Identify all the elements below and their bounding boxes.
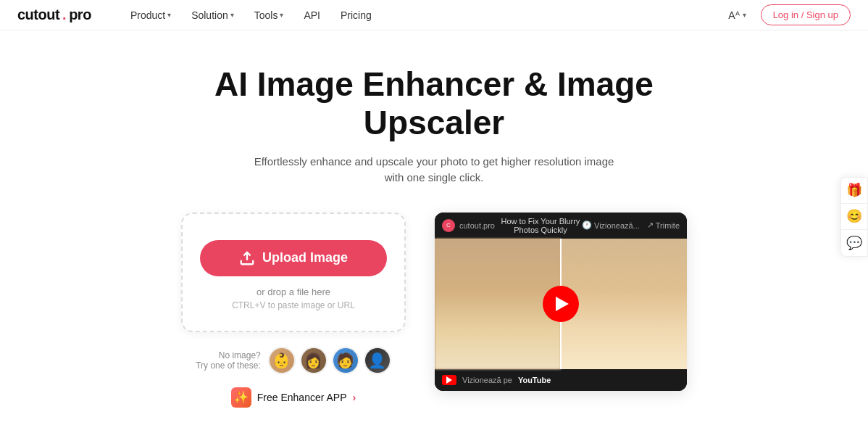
sample-label: No image? Try one of these:	[196, 350, 261, 371]
content-row: Upload Image or drop a file here CTRL+V …	[138, 213, 730, 408]
video-before	[435, 239, 561, 369]
drop-text: or drop a file here	[256, 286, 330, 297]
youtube-play-icon	[446, 376, 452, 384]
language-button[interactable]: Aᴬ ▾	[722, 7, 751, 24]
video-channel: C cutout.pro	[442, 219, 495, 232]
lang-icon: Aᴬ	[728, 9, 739, 21]
chevron-down-icon: ▾	[167, 11, 171, 19]
video-content[interactable]: ↔	[435, 239, 687, 369]
video-panel: C cutout.pro How to Fix Your Blurry Phot…	[435, 213, 687, 391]
video-actions: 🕐 Vizionează... ↗ Trimite	[582, 220, 680, 230]
channel-logo: C	[442, 219, 455, 232]
side-chat-button[interactable]: 💬	[841, 230, 867, 256]
hero-title: AI Image Enhancer & Image Upscaler	[151, 65, 717, 142]
watch-on-text: Vizionează pe	[462, 376, 512, 384]
sample-image-2[interactable]: 👩	[300, 347, 327, 374]
logo[interactable]: cutout.pro	[17, 7, 91, 23]
hero-section: AI Image Enhancer & Image Upscaler Effor…	[0, 30, 868, 433]
app-arrow-icon: ›	[353, 392, 356, 403]
login-button[interactable]: Log in / Sign up	[761, 4, 851, 25]
side-gift-button[interactable]: 🎁	[841, 178, 867, 204]
sample-image-3[interactable]: 🧑	[332, 347, 359, 374]
video-title: How to Fix Your Blurry Photos Quickly	[499, 217, 582, 234]
navbar: cutout.pro Product ▾ Solution ▾ Tools ▾ …	[0, 0, 868, 30]
upload-section: Upload Image or drop a file here CTRL+V …	[181, 213, 406, 408]
play-icon	[556, 297, 569, 311]
paste-text: CTRL+V to paste image or URL	[232, 300, 355, 310]
video-action-share: ↗ Trimite	[647, 220, 680, 230]
clock-icon: 🕐	[582, 220, 592, 230]
app-icon: ✨	[231, 387, 251, 408]
video-after	[561, 239, 687, 369]
nav-item-tools[interactable]: Tools ▾	[244, 0, 294, 30]
upload-button[interactable]: Upload Image	[200, 240, 387, 276]
side-avatar-button[interactable]: 😊	[841, 204, 867, 230]
nav-right: Aᴬ ▾ Log in / Sign up	[722, 4, 851, 25]
video-play-button[interactable]	[543, 286, 579, 322]
app-link[interactable]: ✨ Free Enhancer APP ›	[231, 387, 356, 408]
video-action-watch: 🕐 Vizionează...	[582, 220, 640, 230]
app-link-text: Free Enhancer APP	[257, 392, 347, 403]
youtube-icon	[442, 375, 456, 385]
hero-subtitle: Effortlessly enhance and upscale your ph…	[246, 154, 622, 186]
logo-text: cutout	[17, 7, 59, 23]
upload-icon	[239, 250, 255, 266]
logo-dot: .	[62, 7, 66, 23]
nav-item-solution[interactable]: Solution ▾	[181, 0, 244, 30]
chevron-down-icon: ▾	[230, 11, 234, 19]
youtube-label: YouTube	[518, 376, 551, 384]
share-icon: ↗	[647, 220, 654, 230]
sample-imgs: 👶 👩 🧑 👤	[268, 347, 391, 374]
nav-links: Product ▾ Solution ▾ Tools ▾ API Pricing	[120, 0, 722, 30]
sample-images-row: No image? Try one of these: 👶 👩 🧑 👤	[196, 347, 391, 374]
side-panel: 🎁 😊 💬	[840, 177, 868, 257]
nav-item-pricing[interactable]: Pricing	[330, 0, 382, 30]
chevron-down-icon: ▾	[743, 11, 746, 19]
sample-image-4[interactable]: 👤	[364, 347, 391, 374]
nav-item-product[interactable]: Product ▾	[120, 0, 181, 30]
upload-box: Upload Image or drop a file here CTRL+V …	[181, 213, 406, 332]
logo-suffix: pro	[69, 7, 91, 23]
chevron-down-icon: ▾	[280, 11, 283, 19]
video-top-bar: C cutout.pro How to Fix Your Blurry Phot…	[435, 213, 687, 239]
nav-item-api[interactable]: API	[293, 0, 330, 30]
sample-image-1[interactable]: 👶	[268, 347, 296, 374]
video-bottom-bar: Vizionează pe YouTube	[435, 369, 687, 391]
